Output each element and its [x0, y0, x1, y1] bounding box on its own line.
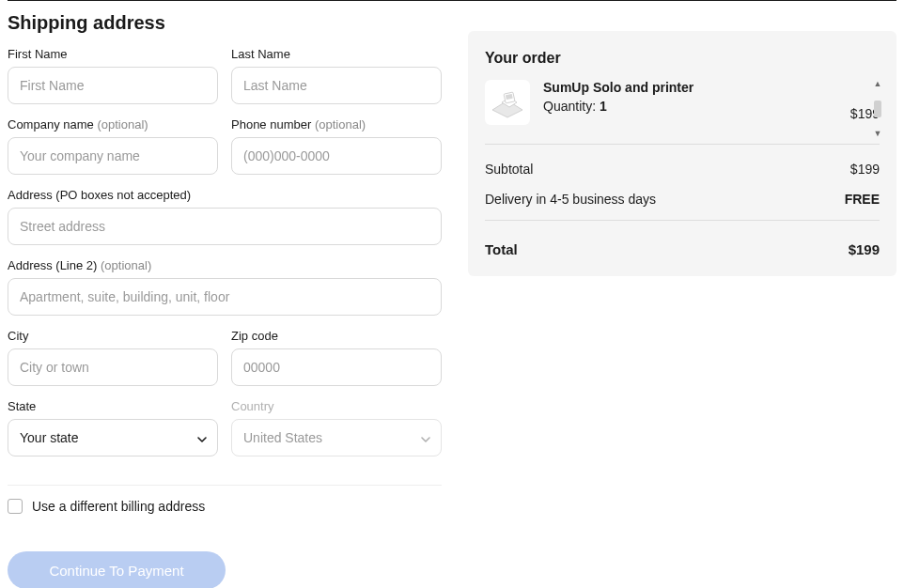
product-thumbnail [485, 80, 530, 125]
subtotal-value: $199 [850, 162, 880, 177]
order-total-row: Total $199 [485, 230, 880, 257]
chevron-down-icon [420, 433, 429, 442]
country-value: United States [243, 430, 322, 445]
top-divider [8, 0, 896, 1]
city-input[interactable] [8, 348, 218, 386]
company-label: Company name (optional) [8, 117, 218, 132]
subtotal-label: Subtotal [485, 162, 533, 177]
state-value: Your state [20, 430, 79, 445]
zip-input[interactable] [231, 348, 442, 386]
scroll-up-icon: ▲ [874, 80, 882, 88]
phone-input[interactable] [231, 137, 442, 175]
address2-input[interactable] [8, 278, 442, 316]
product-icon [489, 85, 526, 119]
company-input[interactable] [8, 137, 218, 175]
order-title: Your order [485, 50, 880, 67]
order-delivery-row: Delivery in 4-5 business days FREE [485, 184, 880, 214]
last-name-input[interactable] [231, 67, 442, 104]
continue-button[interactable]: Continue To Payment [8, 551, 226, 588]
country-select: United States [231, 419, 442, 456]
first-name-label: First Name [8, 47, 218, 61]
order-subtotal-row: Subtotal $199 [485, 154, 880, 184]
order-product-row: SumUp Solo and printer Quantity:1 $199 ▲… [485, 80, 880, 138]
delivery-label: Delivery in 4-5 business days [485, 192, 656, 207]
last-name-label: Last Name [231, 47, 442, 61]
billing-checkbox-label: Use a different billing address [32, 499, 205, 514]
product-quantity: Quantity:1 [543, 99, 837, 114]
country-label: Country [231, 399, 442, 413]
order-scrollbar[interactable]: ▲ ▼ [872, 80, 883, 138]
total-value: $199 [849, 241, 880, 257]
page-title: Shipping address [8, 12, 442, 34]
zip-label: Zip code [231, 329, 442, 343]
order-summary-card: Your order SumUp Solo and printer Quanti… [468, 31, 896, 276]
address2-label: Address (Line 2) (optional) [8, 258, 442, 272]
scroll-down-icon: ▼ [874, 130, 882, 138]
order-divider [485, 144, 880, 145]
delivery-value: FREE [845, 192, 880, 207]
product-name: SumUp Solo and printer [543, 80, 837, 95]
address-label: Address (PO boxes not accepted) [8, 188, 442, 202]
billing-checkbox[interactable] [8, 499, 23, 514]
phone-label: Phone number (optional) [231, 117, 442, 132]
section-divider [8, 485, 442, 486]
state-label: State [8, 399, 218, 413]
total-label: Total [485, 241, 518, 257]
order-divider [485, 220, 880, 221]
address-input[interactable] [8, 208, 442, 245]
first-name-input[interactable] [8, 67, 218, 104]
chevron-down-icon [196, 433, 206, 442]
city-label: City [8, 329, 218, 343]
state-select[interactable]: Your state [8, 419, 218, 456]
